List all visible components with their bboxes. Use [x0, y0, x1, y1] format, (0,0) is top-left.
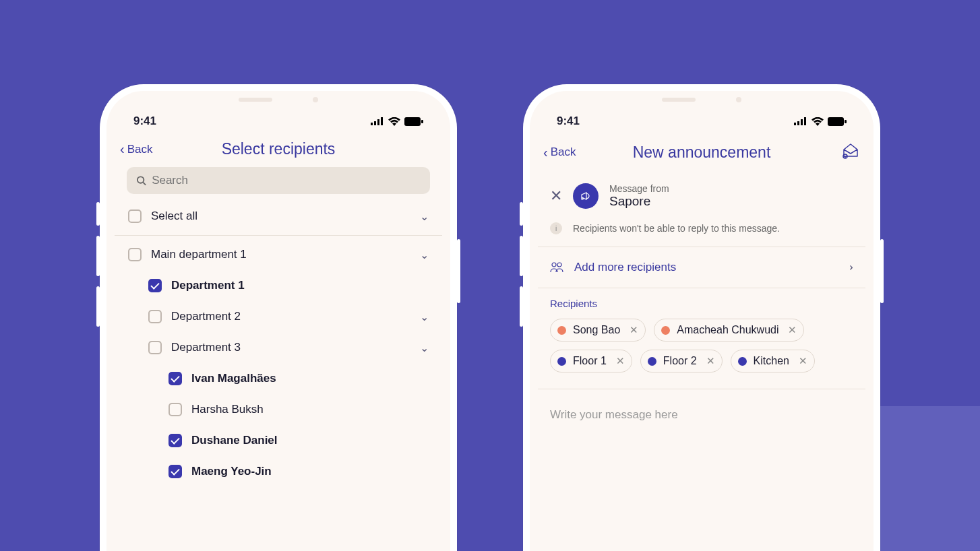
chevron-down-icon[interactable]: ⌄: [420, 210, 429, 223]
recipient-chip[interactable]: Floor 2 ✕: [640, 350, 723, 372]
recipient-chip[interactable]: Kitchen ✕: [731, 350, 815, 372]
chip-name: Song Bao: [573, 324, 620, 336]
info-icon: i: [550, 222, 562, 234]
side-button: [880, 239, 884, 303]
header-row: ‹ Back Select recipients: [106, 135, 450, 164]
chip-dot: [738, 357, 747, 366]
person-name: Harsha Buksh: [191, 403, 264, 416]
side-button: [520, 202, 523, 226]
checkbox[interactable]: [148, 310, 162, 323]
checkbox-checked[interactable]: [169, 465, 182, 478]
person-row[interactable]: Ivan Magalhães: [115, 363, 442, 394]
status-time: 9:41: [557, 115, 580, 128]
status-icons: [371, 117, 423, 126]
side-button: [520, 236, 523, 276]
svg-rect-3: [381, 117, 383, 125]
message-header: ✕ Message from Sapore: [530, 170, 874, 222]
back-button[interactable]: ‹ Back: [120, 141, 152, 157]
back-button[interactable]: ‹ Back: [543, 145, 576, 160]
message-from-name: Sapore: [609, 194, 669, 209]
chip-name: Floor 1: [573, 355, 607, 367]
side-button: [457, 239, 460, 303]
checkbox[interactable]: [128, 209, 142, 223]
person-row[interactable]: Maeng Yeo-Jin: [115, 456, 442, 487]
chevron-right-icon: ⌄: [843, 263, 855, 272]
recipient-chip[interactable]: Floor 1 ✕: [550, 350, 632, 372]
chevron-left-icon: ‹: [120, 141, 125, 157]
back-label: Back: [551, 145, 576, 159]
svg-rect-11: [804, 117, 806, 125]
chip-name: Amacheah Chukwudi: [677, 324, 778, 336]
status-icons: [794, 117, 847, 126]
chevron-down-icon[interactable]: ⌄: [420, 249, 429, 261]
select-all-row[interactable]: Select all ⌄: [115, 201, 442, 232]
svg-line-7: [143, 183, 146, 185]
battery-icon: [828, 117, 847, 126]
checkbox[interactable]: [169, 403, 182, 416]
info-row: i Recipients won't be able to reply to t…: [530, 222, 874, 247]
chip-remove-icon[interactable]: ✕: [706, 355, 715, 367]
svg-rect-2: [377, 119, 379, 125]
background-accent: [872, 406, 980, 551]
dept-label: Department 1: [171, 279, 245, 292]
department-row[interactable]: Department 1: [115, 270, 442, 301]
search-box[interactable]: [127, 167, 430, 194]
chip-remove-icon[interactable]: ✕: [788, 324, 797, 336]
person-row[interactable]: Dushane Daniel: [115, 425, 442, 456]
side-button: [96, 286, 100, 327]
chevron-down-icon[interactable]: ⌄: [420, 311, 429, 323]
svg-point-16: [557, 263, 561, 267]
chevron-left-icon: ‹: [543, 145, 548, 160]
person-name: Ivan Magalhães: [191, 372, 276, 385]
svg-rect-0: [371, 123, 373, 125]
chip-remove-icon[interactable]: ✕: [630, 324, 638, 336]
checkbox[interactable]: [148, 341, 162, 354]
page-title: New announcement: [633, 143, 771, 162]
department-row[interactable]: Department 3 ⌄: [115, 332, 442, 363]
phone-right: 9:41 ‹ Back New announcement ✕ Messa: [523, 84, 880, 551]
chip-name: Floor 2: [663, 355, 697, 367]
dept-label: Department 3: [171, 341, 241, 354]
status-bar: 9:41: [530, 104, 874, 135]
svg-rect-8: [794, 123, 796, 125]
wifi-icon: [811, 117, 824, 126]
main-department-row[interactable]: Main department 1 ⌄: [115, 239, 442, 270]
info-text: Recipients won't be able to reply to thi…: [573, 223, 780, 234]
checkbox-checked[interactable]: [169, 372, 182, 385]
search-input[interactable]: [152, 174, 421, 187]
chip-dot: [557, 326, 566, 335]
chevron-down-icon[interactable]: ⌄: [420, 342, 429, 354]
chip-remove-icon[interactable]: ✕: [799, 355, 807, 367]
checkbox[interactable]: [128, 248, 142, 261]
svg-rect-9: [797, 121, 799, 125]
compose-input[interactable]: Write your message here: [530, 389, 874, 441]
recipient-chip[interactable]: Amacheah Chukwudi ✕: [654, 319, 804, 342]
svg-rect-5: [421, 120, 423, 123]
send-icon[interactable]: [841, 141, 860, 163]
svg-rect-10: [801, 119, 803, 125]
department-row[interactable]: Department 2 ⌄: [115, 301, 442, 332]
side-button: [520, 286, 523, 327]
add-recipients-button[interactable]: Add more recipients ⌄: [530, 247, 874, 288]
chip-remove-icon[interactable]: ✕: [616, 355, 625, 367]
avatar: [573, 183, 599, 209]
dept-label: Department 2: [171, 310, 241, 323]
svg-rect-1: [374, 121, 376, 125]
person-name: Maeng Yeo-Jin: [191, 465, 272, 478]
recipient-chip[interactable]: Song Bao ✕: [550, 319, 646, 342]
chip-name: Kitchen: [754, 355, 789, 367]
add-recipients-label: Add more recipients: [574, 261, 676, 274]
svg-point-6: [137, 176, 144, 183]
checkbox-checked[interactable]: [169, 434, 182, 447]
checkbox-checked[interactable]: [148, 279, 162, 292]
notch-indicators: [530, 91, 874, 104]
close-icon[interactable]: ✕: [550, 187, 562, 205]
people-icon: [550, 262, 563, 273]
chip-dot: [557, 357, 566, 366]
megaphone-icon: [580, 190, 592, 202]
person-row[interactable]: Harsha Buksh: [115, 394, 442, 425]
svg-point-15: [552, 263, 556, 267]
person-name: Dushane Daniel: [191, 434, 278, 447]
search-icon: [136, 175, 146, 186]
message-from-label: Message from: [609, 183, 669, 194]
